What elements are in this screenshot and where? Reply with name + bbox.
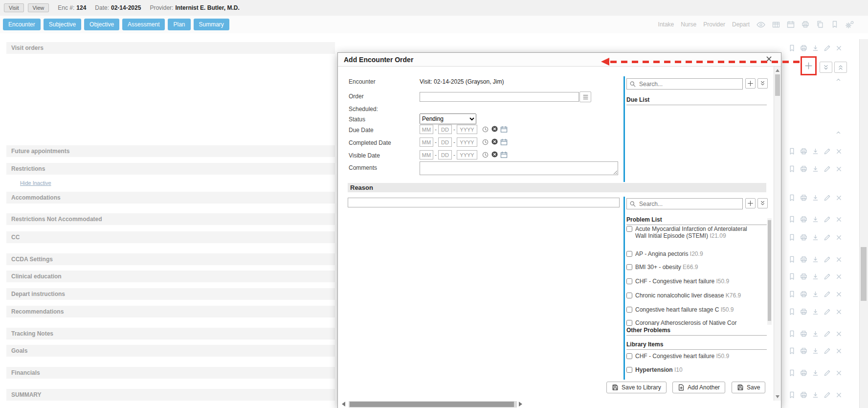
bookmark-icon[interactable] xyxy=(788,291,796,298)
tab-summary[interactable]: Summary xyxy=(194,19,229,30)
section-tracking-notes[interactable]: Tracking Notes xyxy=(6,328,335,340)
remove-icon[interactable] xyxy=(835,391,843,399)
dialog-hscrollbar[interactable] xyxy=(338,401,781,408)
add-problem-button[interactable] xyxy=(745,198,756,208)
remove-icon[interactable] xyxy=(835,308,843,316)
add-due-button[interactable] xyxy=(745,78,756,89)
problem-item[interactable]: CHF - Congestive heart failure I50.9 xyxy=(626,278,762,285)
scrollbar-thumb[interactable] xyxy=(775,74,780,96)
problem-checkbox[interactable] xyxy=(626,293,632,298)
problem-item[interactable]: BMI 30+ - obesity E66.9 xyxy=(626,264,762,271)
scrollbar-thumb[interactable] xyxy=(350,402,514,407)
bookmark-icon[interactable] xyxy=(788,273,796,280)
remove-icon[interactable] xyxy=(835,256,843,263)
tab-objective[interactable]: Objective xyxy=(84,19,119,30)
pencil-icon[interactable] xyxy=(823,165,831,173)
pencil-icon[interactable] xyxy=(823,291,831,298)
section-accommodations[interactable]: Accommodations xyxy=(6,192,335,204)
collapse-all-button[interactable] xyxy=(834,62,847,73)
scrollbar-thumb[interactable] xyxy=(861,247,867,301)
calendar-icon[interactable] xyxy=(787,21,795,28)
due-search-input[interactable] xyxy=(638,80,742,88)
download-icon[interactable] xyxy=(812,234,819,241)
library-item[interactable]: Hypertension I10 xyxy=(626,366,762,373)
section-restrictions-not-accommodated[interactable]: Restrictions Not Accommodated xyxy=(6,213,335,225)
problem-checkbox[interactable] xyxy=(626,264,632,270)
download-icon[interactable] xyxy=(812,308,819,316)
dialog-title-bar[interactable]: Add Encounter Order xyxy=(338,53,781,67)
library-item[interactable]: CHF - Congestive heart failure I50.9 xyxy=(626,353,762,360)
printer-icon[interactable] xyxy=(800,194,807,202)
calendar-icon[interactable] xyxy=(500,126,508,133)
bookmark-icon[interactable] xyxy=(788,391,796,399)
copy-icon[interactable] xyxy=(816,21,824,28)
clear-icon[interactable] xyxy=(491,151,498,159)
clock-icon[interactable] xyxy=(482,126,489,133)
problem-search[interactable] xyxy=(626,198,743,209)
pencil-icon[interactable] xyxy=(823,216,831,223)
pencil-icon[interactable] xyxy=(823,148,831,155)
section-summary[interactable]: SUMMARY xyxy=(6,389,335,401)
pencil-icon[interactable] xyxy=(823,347,831,355)
remove-icon[interactable] xyxy=(835,347,843,355)
clock-icon[interactable] xyxy=(482,151,489,159)
page-scrollbar[interactable] xyxy=(859,39,868,408)
tab-assessment[interactable]: Assessment xyxy=(122,19,165,30)
pencil-icon[interactable] xyxy=(823,194,831,202)
clear-icon[interactable] xyxy=(491,125,498,134)
order-input[interactable] xyxy=(420,92,579,102)
dialog-scrollbar[interactable] xyxy=(774,67,781,401)
printer-icon[interactable] xyxy=(800,148,807,155)
download-icon[interactable] xyxy=(812,216,819,223)
hide-inactive-link[interactable]: Hide Inactive xyxy=(20,180,51,186)
due-dd-input[interactable] xyxy=(438,125,452,134)
pencil-icon[interactable] xyxy=(823,330,831,338)
download-icon[interactable] xyxy=(812,194,819,202)
remove-icon[interactable] xyxy=(835,369,843,377)
expand-all-button[interactable] xyxy=(820,62,832,73)
save-to-library-button[interactable]: Save to Library xyxy=(606,382,667,393)
bookmark-icon[interactable] xyxy=(788,256,796,263)
bookmark-icon[interactable] xyxy=(788,330,796,338)
remove-icon[interactable] xyxy=(835,291,843,298)
pencil-icon[interactable] xyxy=(823,369,831,377)
section-restrictions[interactable]: Restrictions xyxy=(6,163,335,175)
problem-checkbox[interactable] xyxy=(626,226,632,232)
pencil-icon[interactable] xyxy=(823,273,831,280)
download-icon[interactable] xyxy=(812,256,819,263)
tab-encounter[interactable]: Encounter xyxy=(3,19,41,30)
tab-plan[interactable]: Plan xyxy=(168,19,190,30)
download-icon[interactable] xyxy=(812,148,819,155)
download-icon[interactable] xyxy=(812,391,819,399)
download-icon[interactable] xyxy=(812,369,819,377)
bookmark-icon[interactable] xyxy=(788,165,796,173)
order-lookup-button[interactable] xyxy=(579,91,591,102)
comments-textarea[interactable] xyxy=(420,161,618,175)
remove-icon[interactable] xyxy=(835,148,843,155)
section-goals[interactable]: Goals xyxy=(6,345,335,357)
pencil-icon[interactable] xyxy=(823,391,831,399)
clock-icon[interactable] xyxy=(482,138,489,146)
scroll-right-icon[interactable] xyxy=(519,402,522,407)
printer-icon[interactable] xyxy=(800,45,807,52)
due-mm-input[interactable] xyxy=(420,125,433,134)
provider-button[interactable]: Provider xyxy=(703,21,725,28)
printer-icon[interactable] xyxy=(800,291,807,298)
bookmark-icon[interactable] xyxy=(788,216,796,223)
bookmark-icon[interactable] xyxy=(788,148,796,155)
due-search[interactable] xyxy=(626,78,743,90)
printer-icon[interactable] xyxy=(800,391,807,399)
remove-icon[interactable] xyxy=(835,330,843,338)
problem-item[interactable]: AP - Angina pectoris I20.9 xyxy=(626,250,762,257)
problem-checkbox[interactable] xyxy=(626,251,632,257)
problem-list-scrollbar[interactable] xyxy=(767,218,772,325)
printer-icon[interactable] xyxy=(800,308,807,316)
download-icon[interactable] xyxy=(812,347,819,355)
problem-item[interactable]: Acute Myocardial Infarction of Anterolat… xyxy=(626,226,762,239)
reason-input[interactable] xyxy=(348,198,620,207)
expand-due-button[interactable] xyxy=(757,78,768,89)
section-cc[interactable]: CC xyxy=(6,231,335,243)
calendar-icon[interactable] xyxy=(500,138,508,146)
printer-icon[interactable] xyxy=(800,347,807,355)
eye-icon[interactable] xyxy=(757,22,765,28)
